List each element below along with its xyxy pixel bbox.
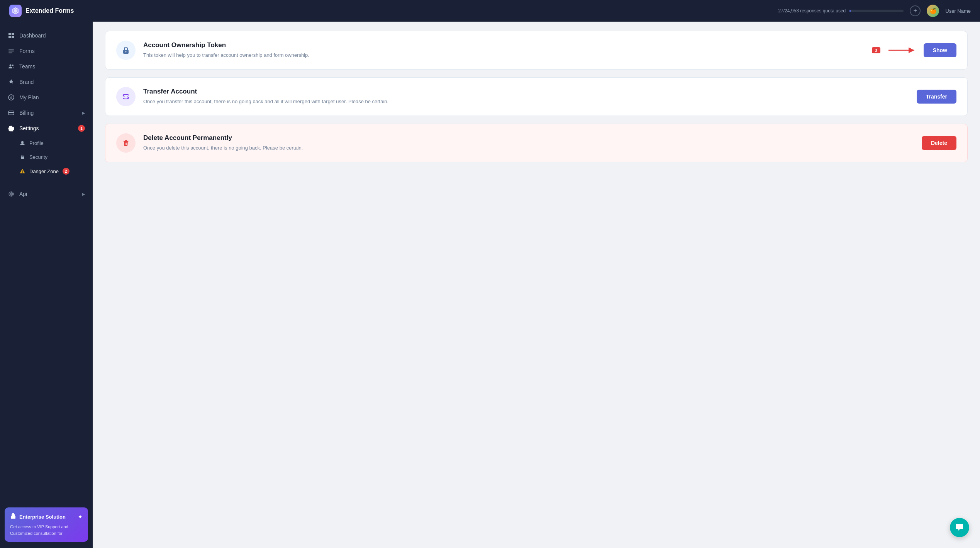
sidebar-item-dangerzone[interactable]: Danger Zone 2 [0,164,93,179]
user-name: User Name [945,8,971,14]
header: Extended Forms 27/24,953 responses quota… [0,0,980,22]
svg-rect-14 [8,112,14,113]
app-name: Extended Forms [25,7,74,14]
sidebar-item-security[interactable]: Security [0,150,93,164]
sidebar-item-label-profile: Profile [29,140,44,146]
delete-card-actions: Delete [922,136,956,150]
svg-point-9 [10,65,12,66]
dangerzone-icon [19,168,25,174]
svg-text:$: $ [10,96,12,100]
sidebar-item-label-dangerzone: Danger Zone [29,168,59,174]
transfer-card-title: Transfer Account [143,88,909,95]
ownership-card-content: Account Ownership Token This token will … [143,41,864,59]
avatar: 🍊 [927,5,939,17]
delete-account-card: Delete Account Permanently Once you dele… [105,124,968,162]
sidebar-nav: Dashboard Forms [0,22,93,501]
svg-rect-6 [8,49,14,49]
enterprise-icon [10,513,16,521]
settings-icon [8,125,15,132]
svg-point-20 [22,172,23,173]
transfer-card-desc: Once you transfer this account, there is… [143,98,909,106]
sidebar-item-billing[interactable]: Billing ▶ [0,105,93,121]
forms-icon [8,48,15,54]
profile-icon [19,140,25,146]
quota-area: 27/24,953 responses quota used [778,8,904,14]
svg-rect-4 [8,36,11,38]
enterprise-top: Enterprise Solution ✦ [10,513,83,521]
svg-rect-8 [8,53,12,53]
sidebar-item-forms[interactable]: Forms [0,43,93,59]
enterprise-description: Get access to VIP Support and Customized… [10,524,83,536]
sidebar-item-api[interactable]: Api ▶ [0,186,93,202]
delete-card-title: Delete Account Permanently [143,134,914,142]
sidebar-item-settings[interactable]: Settings 1 [0,121,93,136]
delete-card-content: Delete Account Permanently Once you dele… [143,134,914,152]
sidebar-item-label-dashboard: Dashboard [19,32,85,39]
transfer-card-actions: Transfer [917,90,956,104]
enterprise-title: Enterprise Solution [19,514,75,520]
header-left: Extended Forms [9,5,74,17]
transfer-icon-wrap [116,87,136,106]
sidebar-item-label-myplan: My Plan [19,94,85,100]
transfer-account-card: Transfer Account Once you transfer this … [105,77,968,116]
sidebar-item-myplan[interactable]: $ My Plan [0,90,93,105]
svg-rect-19 [22,170,22,172]
ownership-token-card: Account Ownership Token This token will … [105,31,968,70]
quota-text: 27/24,953 responses quota used [778,8,846,14]
sidebar-item-teams[interactable]: Teams [0,59,93,74]
sidebar-item-label-security: Security [29,154,47,160]
dangerzone-badge: 2 [63,168,70,175]
svg-point-30 [125,51,127,53]
transfer-card-content: Transfer Account Once you transfer this … [143,88,909,106]
ownership-card-actions: 3 Show [872,43,956,57]
dashboard-icon [8,32,15,39]
ownership-icon-wrap [116,41,136,60]
billing-chevron-icon: ▶ [82,111,85,116]
sidebar-item-label-billing: Billing [19,110,77,116]
api-chevron-icon: ▶ [82,192,85,197]
show-button[interactable]: Show [924,43,956,57]
svg-rect-2 [8,33,11,35]
main-content: Account Ownership Token This token will … [93,22,980,548]
layout: Dashboard Forms [0,22,980,548]
myplan-icon: $ [8,94,15,101]
quota-bar-fill [849,10,851,12]
delete-button[interactable]: Delete [922,136,956,150]
sidebar-item-label-teams: Teams [19,63,85,70]
svg-point-18 [22,158,23,158]
header-right: 27/24,953 responses quota used + 🍊 User … [778,5,971,17]
sidebar-item-label-settings: Settings [19,125,73,131]
svg-point-16 [21,141,24,143]
enterprise-banner[interactable]: Enterprise Solution ✦ Get access to VIP … [5,507,88,542]
ownership-card-title: Account Ownership Token [143,41,864,49]
delete-card-desc: Once you delete this account, there is n… [143,144,914,152]
quota-bar-background [849,10,904,12]
sidebar-item-label-brand: Brand [19,79,85,85]
sidebar-item-dashboard[interactable]: Dashboard [0,28,93,43]
ownership-badge: 3 [872,47,880,53]
app-logo [9,5,22,17]
settings-badge: 1 [78,125,85,132]
ownership-arrow-icon [887,46,917,55]
svg-rect-3 [12,33,14,35]
billing-icon [8,109,15,116]
brand-icon [8,78,15,85]
svg-rect-7 [8,51,14,51]
ownership-card-desc: This token will help you to transfer acc… [143,51,864,59]
add-button[interactable]: + [910,5,921,16]
sidebar-item-brand[interactable]: Brand [0,74,93,90]
svg-rect-28 [12,513,14,515]
chat-bubble-button[interactable] [950,518,969,537]
security-icon [19,154,25,160]
svg-rect-5 [12,36,14,38]
delete-icon-wrap [116,133,136,153]
sidebar-item-label-api: Api [19,191,77,197]
teams-icon [8,63,15,70]
svg-rect-26 [11,516,15,519]
sparkle-icon: ✦ [78,513,83,521]
sidebar-item-label-forms: Forms [19,48,85,54]
sidebar: Dashboard Forms [0,22,93,548]
sidebar-item-profile[interactable]: Profile [0,136,93,150]
transfer-button[interactable]: Transfer [917,90,956,104]
svg-point-10 [12,65,14,66]
